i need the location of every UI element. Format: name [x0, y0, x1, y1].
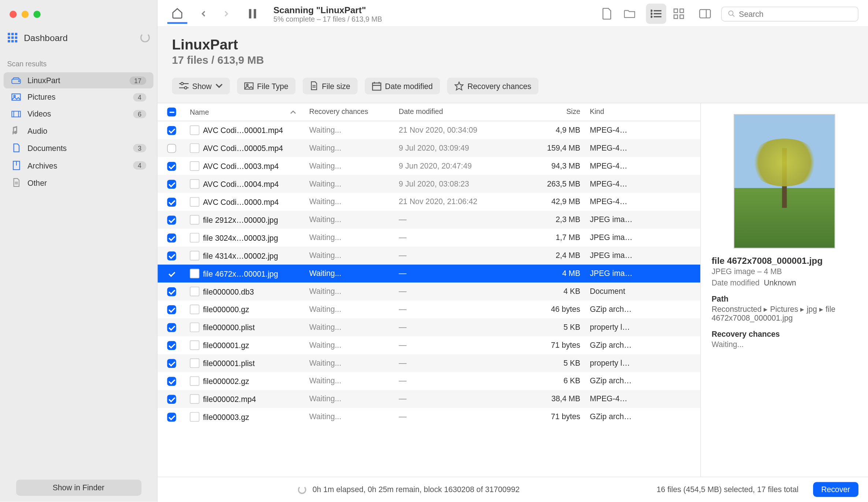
- table-row[interactable]: file000000.gzWaiting...—46 bytesGZip arc…: [157, 300, 700, 318]
- search-box[interactable]: [721, 6, 858, 21]
- row-checkbox[interactable]: [167, 251, 176, 260]
- close-icon[interactable]: [10, 11, 17, 18]
- row-checkbox[interactable]: [167, 305, 176, 314]
- preview-image: [734, 114, 835, 248]
- table-header: Name Recovery chances Date modified Size…: [157, 103, 700, 121]
- sidebar-item-pictures[interactable]: Pictures4: [4, 89, 153, 105]
- row-checkbox[interactable]: [167, 269, 176, 278]
- column-date[interactable]: Date modified: [394, 103, 519, 121]
- table-row[interactable]: AVC Codi…0004.mp4Waiting...9 Jul 2020, 0…: [157, 175, 700, 193]
- column-name[interactable]: Name: [185, 103, 304, 121]
- table-row[interactable]: file 4672x…00001.jpgWaiting...—4 MBJPEG …: [157, 265, 700, 283]
- table-row[interactable]: file 4314x…00002.jpgWaiting...—2,4 MBJPE…: [157, 247, 700, 265]
- sidebar-item-label: Documents: [27, 144, 67, 152]
- cell-recovery: Waiting...: [304, 193, 394, 211]
- file-icon: [190, 161, 199, 171]
- recover-button[interactable]: Recover: [813, 482, 858, 497]
- table-row[interactable]: file000000.plistWaiting...—5 KBproperty …: [157, 318, 700, 336]
- sidebar-item-videos[interactable]: Videos6: [4, 106, 153, 122]
- maximize-icon[interactable]: [33, 11, 41, 18]
- spinner-icon: [298, 485, 307, 494]
- table-row[interactable]: file000001.gzWaiting...—71 bytesGZip arc…: [157, 336, 700, 354]
- file-type-filter-button[interactable]: File Type: [237, 78, 296, 95]
- show-in-finder-button[interactable]: Show in Finder: [16, 480, 141, 496]
- sidebar-badge: 3: [133, 144, 146, 152]
- table-row[interactable]: file 2912x…00000.jpgWaiting...—2,3 MBJPE…: [157, 211, 700, 229]
- row-checkbox[interactable]: [167, 215, 176, 224]
- list-view-button[interactable]: [646, 4, 666, 24]
- pause-button[interactable]: [242, 4, 263, 24]
- search-input[interactable]: [739, 9, 852, 18]
- table-row[interactable]: file000000.db3Waiting...—4 KBDocument: [157, 283, 700, 300]
- file-name: file 2912x…00000.jpg: [203, 215, 278, 224]
- table-row[interactable]: AVC Codi…0003.mp4Waiting...9 Jun 2020, 2…: [157, 157, 700, 175]
- table-row[interactable]: AVC Codi…0000.mp4Waiting...21 Nov 2020, …: [157, 193, 700, 211]
- table-row[interactable]: file 3024x…00003.jpgWaiting...—1,7 MBJPE…: [157, 229, 700, 247]
- row-checkbox[interactable]: [167, 180, 176, 188]
- cell-kind: JPEG ima…: [585, 265, 639, 283]
- svg-rect-11: [12, 94, 20, 100]
- sidebar: Dashboard Scan results LinuxPart17Pictur…: [0, 0, 157, 502]
- row-checkbox[interactable]: [167, 198, 176, 206]
- sidebar-toggle-button[interactable]: [695, 4, 715, 24]
- row-checkbox[interactable]: [167, 287, 176, 296]
- sidebar-item-linuxpart[interactable]: LinuxPart17: [4, 72, 153, 88]
- row-checkbox[interactable]: [167, 323, 176, 332]
- show-filter-button[interactable]: Show: [172, 78, 229, 95]
- page-subtitle: 17 files / 613,9 MB: [172, 54, 853, 67]
- table-row[interactable]: file000002.gzWaiting...—6 KBGZip arch…: [157, 372, 700, 390]
- row-checkbox[interactable]: [167, 341, 176, 350]
- scan-title: Scanning "LinuxPart": [274, 4, 382, 15]
- row-checkbox[interactable]: [167, 144, 176, 152]
- table-row[interactable]: AVC Codi…00001.mp4Waiting...21 Nov 2020,…: [157, 121, 700, 139]
- column-recovery[interactable]: Recovery chances: [304, 103, 394, 121]
- svg-rect-29: [680, 9, 684, 12]
- column-size[interactable]: Size: [519, 103, 585, 121]
- cell-recovery: Waiting...: [304, 139, 394, 157]
- file-size-filter-button[interactable]: File size: [303, 78, 357, 95]
- row-checkbox[interactable]: [167, 233, 176, 242]
- forward-button[interactable]: [216, 4, 236, 24]
- svg-line-35: [732, 15, 734, 16]
- grid-view-button[interactable]: [669, 4, 689, 24]
- folder-icon-button[interactable]: [620, 4, 640, 24]
- svg-point-39: [185, 86, 187, 89]
- back-button[interactable]: [193, 4, 214, 24]
- cell-size: 4 MB: [519, 265, 585, 283]
- table-row[interactable]: AVC Codi…00005.mp4Waiting...9 Jul 2020, …: [157, 139, 700, 157]
- window-controls: [0, 0, 157, 24]
- sidebar-item-other[interactable]: Other: [4, 174, 153, 191]
- sidebar-badge: 6: [133, 110, 146, 118]
- file-icon-button[interactable]: [597, 4, 617, 24]
- sidebar-item-label: LinuxPart: [27, 76, 60, 85]
- home-button[interactable]: [167, 4, 187, 24]
- recovery-chances-filter-button[interactable]: Recovery chances: [447, 78, 538, 95]
- cell-kind: GZip arch…: [585, 300, 639, 318]
- date-modified-filter-button[interactable]: Date modified: [364, 78, 440, 95]
- row-checkbox[interactable]: [167, 126, 176, 134]
- file-name: file 4314x…00002.jpg: [203, 251, 278, 260]
- sidebar-item-audio[interactable]: Audio: [4, 122, 153, 139]
- table-row[interactable]: file000003.gzWaiting...—71 bytesGZip arc…: [157, 408, 700, 426]
- row-checkbox[interactable]: [167, 395, 176, 403]
- select-all-checkbox[interactable]: [167, 107, 176, 116]
- row-checkbox[interactable]: [167, 359, 176, 368]
- dashboard-link[interactable]: Dashboard: [0, 24, 157, 51]
- sidebar-item-label: Audio: [27, 126, 47, 135]
- table-row[interactable]: file000001.plistWaiting...—5 KBproperty …: [157, 354, 700, 372]
- sidebar-item-archives[interactable]: Archives4: [4, 157, 153, 174]
- cell-size: 71 bytes: [519, 336, 585, 354]
- sidebar-item-documents[interactable]: Documents3: [4, 140, 153, 156]
- svg-marker-48: [455, 82, 463, 90]
- cell-recovery: Waiting...: [304, 354, 394, 372]
- table-row[interactable]: file000002.mp4Waiting...—38,4 MBMPEG-4…: [157, 390, 700, 408]
- minimize-icon[interactable]: [22, 11, 29, 18]
- column-kind[interactable]: Kind: [585, 103, 639, 121]
- scan-subtitle: 5% complete – 17 files / 613,9 MB: [274, 15, 382, 23]
- sidebar-badge: 17: [129, 76, 146, 85]
- row-checkbox[interactable]: [167, 162, 176, 170]
- row-checkbox[interactable]: [167, 413, 176, 421]
- cell-kind: MPEG-4…: [585, 193, 639, 211]
- row-checkbox[interactable]: [167, 377, 176, 385]
- cell-kind: MPEG-4…: [585, 390, 639, 408]
